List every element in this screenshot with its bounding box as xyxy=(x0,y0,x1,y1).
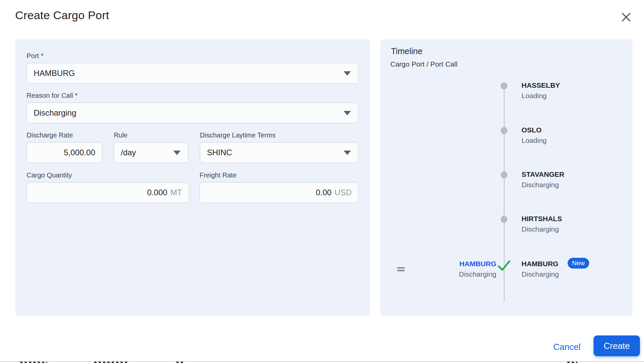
new-cargo-port-entry: HAMBURG Discharging xyxy=(459,259,496,279)
new-cargo-port-name: HAMBURG xyxy=(459,259,496,268)
clipped-text-fragment xyxy=(567,362,577,363)
chevron-down-icon xyxy=(344,151,351,155)
close-icon xyxy=(621,12,631,22)
new-cargo-port-status: Discharging xyxy=(459,270,496,279)
cargo-port-form-panel: Port * HAMBURG Reason for Call * Dischar… xyxy=(15,39,370,316)
cancel-button[interactable]: Cancel xyxy=(543,340,591,354)
discharge-laytime-terms-select[interactable]: SHINC xyxy=(200,142,359,163)
drag-handle[interactable] xyxy=(397,265,407,273)
timeline-entry: HIRTSHALS Discharging xyxy=(522,214,562,234)
freight-rate-label: Freight Rate xyxy=(200,171,359,179)
port-select[interactable]: HAMBURG xyxy=(27,63,359,84)
timeline-dot xyxy=(501,216,507,223)
rule-select-value: /day xyxy=(121,148,136,157)
drag-handle-icon xyxy=(397,270,405,271)
timeline-entry: OSLO Loading xyxy=(522,126,547,145)
create-button[interactable]: Create xyxy=(594,335,640,356)
timeline-port-status: Loading xyxy=(522,91,560,100)
timeline-port-status: Discharging xyxy=(522,180,564,189)
clipped-page-edge xyxy=(0,361,644,363)
timeline-entry: STAVANGER Discharging xyxy=(522,170,564,189)
new-badge: New xyxy=(568,258,589,269)
discharge-rate-input[interactable]: 5,000.00 xyxy=(27,142,102,163)
chevron-down-icon xyxy=(173,151,181,155)
discharge-laytime-terms-value: SHINC xyxy=(207,148,232,157)
cargo-quantity-label: Cargo Quantity xyxy=(27,171,189,179)
new-port-call-status: Discharging xyxy=(522,270,559,279)
freight-rate-input[interactable]: 0.00 USD xyxy=(200,182,359,203)
checkmark-icon xyxy=(497,259,511,274)
clipped-text-fragment xyxy=(20,362,47,363)
timeline-entry: HASSELBY Loading xyxy=(522,81,560,100)
timeline-dot xyxy=(501,127,507,134)
timeline-port-name: OSLO xyxy=(522,126,547,134)
drag-handle-icon xyxy=(397,267,405,269)
new-port-call-entry: HAMBURG Discharging xyxy=(522,259,559,279)
timeline-port-status: Loading xyxy=(522,136,547,145)
chevron-down-icon xyxy=(344,111,351,115)
reason-for-call-select[interactable]: Discharging xyxy=(27,103,359,123)
cargo-quantity-input[interactable]: 0.000 MT xyxy=(27,182,189,203)
timeline-port-status: Discharging xyxy=(522,225,562,234)
port-label: Port * xyxy=(27,52,359,60)
timeline-dot xyxy=(501,82,507,89)
rate-rule-laytime-row: Discharge Rate 5,000.00 Rule /day Discha… xyxy=(27,131,359,163)
reason-for-call-label: Reason for Call * xyxy=(27,92,359,99)
freight-rate-unit: USD xyxy=(334,188,352,197)
timeline-panel: Timeline Cargo Port / Port Call HASSELBY… xyxy=(380,39,633,316)
cargo-quantity-unit: MT xyxy=(170,188,182,197)
cargo-quantity-value: 0.000 xyxy=(147,188,167,197)
timeline-title: Timeline xyxy=(391,46,423,56)
new-port-call-name: HAMBURG xyxy=(522,259,559,268)
clipped-text-fragment xyxy=(176,362,185,363)
create-cargo-port-dialog: Create Cargo Port Port * HAMBURG Reason … xyxy=(0,0,644,363)
timeline-port-name: STAVANGER xyxy=(522,170,564,179)
close-button[interactable] xyxy=(618,9,634,25)
port-select-value: HAMBURG xyxy=(34,69,75,78)
clipped-text-fragment xyxy=(94,362,127,363)
quantity-freight-row: Cargo Quantity 0.000 MT Freight Rate 0.0… xyxy=(27,171,359,203)
timeline-dot xyxy=(501,171,507,178)
reason-for-call-value: Discharging xyxy=(34,108,76,118)
timeline-subtitle: Cargo Port / Port Call xyxy=(390,60,458,68)
discharge-rate-value: 5,000.00 xyxy=(64,148,95,157)
chevron-down-icon xyxy=(344,71,351,76)
rule-select[interactable]: /day xyxy=(114,142,188,163)
discharge-rate-label: Discharge Rate xyxy=(27,131,102,139)
discharge-laytime-terms-label: Discharge Laytime Terms xyxy=(200,131,359,139)
timeline-port-name: HASSELBY xyxy=(522,81,560,90)
page-title: Create Cargo Port xyxy=(15,9,109,22)
freight-rate-value: 0.00 xyxy=(316,188,332,197)
rule-label: Rule xyxy=(114,131,188,139)
timeline-port-name: HIRTSHALS xyxy=(522,214,562,223)
